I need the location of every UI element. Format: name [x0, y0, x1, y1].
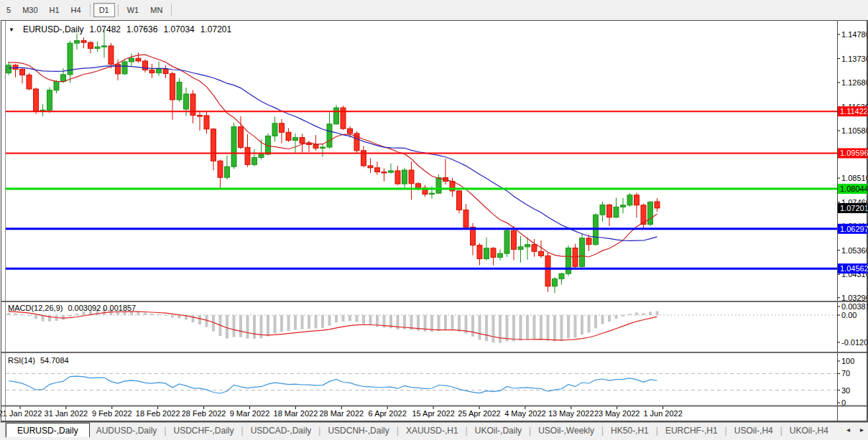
svg-text:23 May 2022: 23 May 2022: [594, 409, 640, 418]
svg-text:1.10580: 1.10580: [841, 126, 868, 135]
tab-usdchf-daily[interactable]: USDCHF-,Daily: [167, 424, 241, 437]
svg-text:15 Apr 2022: 15 Apr 2022: [412, 409, 454, 418]
rsi-panel: [6, 373, 837, 393]
ma-fast-line: [9, 55, 657, 257]
tab-audusd-daily[interactable]: AUDUSD-,Daily: [90, 424, 164, 437]
svg-text:70: 70: [841, 369, 850, 378]
svg-text:0.003814: 0.003814: [841, 302, 868, 311]
svg-text:0.00: 0.00: [841, 311, 857, 319]
svg-text:1.13730: 1.13730: [841, 55, 868, 63]
ohlc-high: 1.07636: [126, 24, 157, 34]
chevron-down-icon[interactable]: ▼: [9, 27, 14, 33]
svg-text:21 Jan 2022: 21 Jan 2022: [0, 409, 42, 418]
chart-canvas[interactable]: 1.147801.137301.126801.116301.105801.095…: [0, 0, 868, 440]
macd-panel: [6, 309, 837, 343]
rsi-name: RSI(14): [8, 356, 35, 365]
chart-title[interactable]: ▼ EURUSD-,Daily 1.07482 1.07636 1.07034 …: [9, 24, 231, 34]
svg-text:25 Apr 2022: 25 Apr 2022: [458, 409, 500, 418]
tab-usoil-weekly[interactable]: USOil-,Weekly: [532, 424, 601, 437]
candles-series: [6, 31, 660, 294]
svg-text:1.08510: 1.08510: [841, 174, 868, 182]
svg-text:4 May 2022: 4 May 2022: [504, 409, 545, 418]
svg-text:31 Jan 2022: 31 Jan 2022: [45, 409, 88, 418]
chart-symbol-label: EURUSD-,Daily: [23, 24, 84, 34]
svg-text:100: 100: [841, 357, 854, 365]
moving-average-lines: [9, 55, 657, 257]
macd-name: MACD(12,26,9): [8, 304, 63, 312]
svg-text:1 Jun 2022: 1 Jun 2022: [643, 409, 682, 418]
ohlc-open: 1.07482: [90, 24, 121, 34]
svg-text:1.04562: 1.04562: [840, 264, 868, 273]
svg-text:1.06297: 1.06297: [840, 225, 868, 233]
ohlc-low: 1.07034: [163, 24, 194, 34]
rsi-indicator-label: RSI(14) 54.7084: [8, 356, 69, 365]
macd-values: 0.003092 0.001857: [68, 304, 136, 312]
svg-text:1.05360: 1.05360: [841, 246, 868, 255]
tab-scroll-left-icon[interactable]: ◂: [844, 426, 852, 434]
tab-scroll-buttons: ◂ ▸: [844, 426, 866, 434]
tab-usdcnh-daily[interactable]: USDCNH-,Daily: [321, 424, 395, 437]
svg-text:1.11422: 1.11422: [840, 107, 868, 116]
tab-hk50-h1[interactable]: HK50-,H1: [604, 424, 655, 437]
tab-usdcad-daily[interactable]: USDCAD-,Daily: [244, 424, 318, 437]
svg-text:28 Mar 2022: 28 Mar 2022: [319, 409, 364, 418]
svg-text:6 Apr 2022: 6 Apr 2022: [369, 409, 407, 418]
svg-text:1.03290: 1.03290: [841, 294, 868, 302]
tab-eurusd-daily[interactable]: EURUSD-,Daily: [6, 423, 90, 437]
tab-ukoil-daily[interactable]: UKOil-,Daily: [468, 424, 528, 437]
ohlc-close: 1.07201: [200, 24, 231, 34]
macd-indicator-label: MACD(12,26,9) 0.003092 0.001857: [8, 304, 136, 312]
svg-text:13 May 2022: 13 May 2022: [548, 409, 594, 418]
svg-text:9 Feb 2022: 9 Feb 2022: [92, 409, 132, 418]
macd-signal-line: [9, 312, 657, 340]
svg-text:-0.012077: -0.012077: [841, 338, 868, 347]
tab-eurchf-h1[interactable]: EURCHF-,H1: [659, 424, 724, 437]
svg-text:1.09596: 1.09596: [840, 149, 868, 157]
tab-usoil-h4[interactable]: USOil-,H4: [728, 424, 780, 437]
tab-ukoil-h4[interactable]: UKOil-,H4: [783, 424, 835, 437]
svg-text:18 Mar 2022: 18 Mar 2022: [274, 409, 318, 418]
svg-text:30: 30: [841, 386, 850, 395]
svg-text:1.14780: 1.14780: [841, 30, 868, 39]
trading-app-window: 5M30H1H4D1W1MN 1.147801.137301.126801.11…: [0, 0, 868, 440]
svg-text:1.12680: 1.12680: [841, 78, 868, 87]
tab-xauusd-h1[interactable]: XAUUSD-,H1: [400, 424, 465, 437]
svg-text:1.07201: 1.07201: [840, 204, 868, 212]
svg-text:18 Feb 2022: 18 Feb 2022: [136, 409, 180, 418]
panel-borders: [1, 21, 867, 422]
rsi-value: 54.7084: [40, 356, 69, 365]
support-resistance-lines[interactable]: [6, 111, 837, 268]
svg-text:9 Mar 2022: 9 Mar 2022: [230, 409, 270, 418]
svg-text:28 Feb 2022: 28 Feb 2022: [182, 409, 226, 418]
tab-bar-stub: [0, 423, 6, 438]
svg-text:1.08044: 1.08044: [840, 184, 868, 193]
tab-scroll-right-icon[interactable]: ▸: [858, 426, 866, 434]
date-axis[interactable]: 21 Jan 202231 Jan 20229 Feb 202218 Feb 2…: [0, 406, 683, 418]
rsi-line: [9, 376, 657, 393]
chart-tabs-bar: EURUSD-,DailyAUDUSD-,Daily|USDCHF-,Daily…: [0, 422, 868, 438]
price-axis[interactable]: 1.147801.137301.126801.116301.105801.095…: [837, 30, 868, 407]
